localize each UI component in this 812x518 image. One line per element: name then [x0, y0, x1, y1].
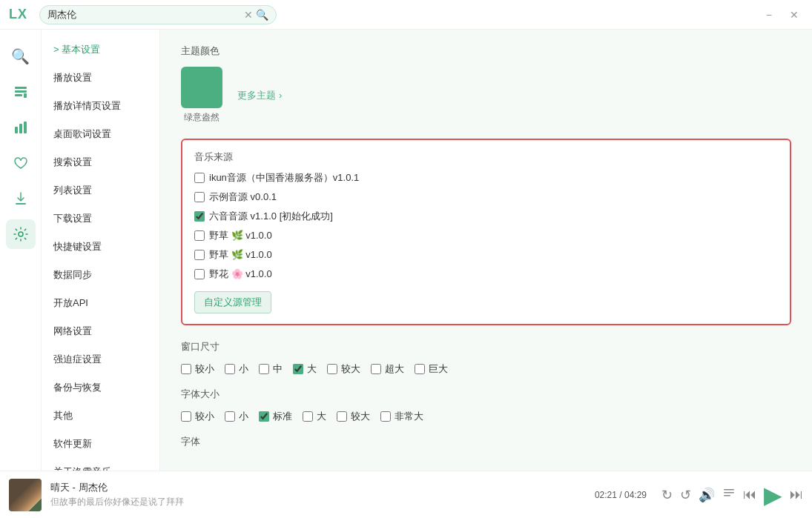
nav-item-about[interactable]: 关于洛雪音乐 — [42, 458, 159, 471]
nav-item-ocd[interactable]: 强迫症设置 — [42, 345, 159, 373]
music-source-checkbox-1[interactable] — [194, 192, 205, 202]
nav-download-button[interactable] — [6, 184, 36, 213]
nav-library-button[interactable] — [6, 77, 36, 107]
nav-settings-button[interactable] — [6, 219, 36, 249]
nav-item-play-detail[interactable]: 播放详情页设置 — [42, 92, 159, 120]
font-size-title: 字体大小 — [181, 388, 791, 401]
font-size-check-3[interactable] — [303, 411, 313, 422]
music-source-checkbox-3[interactable] — [194, 230, 205, 241]
nav-item-search[interactable]: 搜索设置 — [42, 148, 159, 176]
loop-button[interactable]: ↻ — [661, 487, 673, 503]
player-thumbnail — [9, 479, 42, 511]
font-size-check-2[interactable] — [259, 411, 269, 422]
font-size-item-1[interactable]: 小 — [225, 410, 248, 423]
nav-item-list[interactable]: 列表设置 — [42, 176, 159, 205]
nav-item-play-settings[interactable]: 播放设置 — [42, 64, 159, 92]
next-button[interactable]: ⏭ — [790, 487, 803, 502]
clear-icon[interactable]: ✕ — [244, 9, 253, 21]
svg-rect-11 — [724, 495, 730, 497]
window-size-item-5[interactable]: 超大 — [371, 362, 404, 376]
loop2-button[interactable]: ↺ — [680, 487, 691, 503]
play-button[interactable]: ▶ — [764, 481, 782, 509]
icon-sidebar: 🔍 — [0, 30, 42, 471]
player-time-total: 04:29 — [624, 490, 647, 500]
music-source-checkbox-4[interactable] — [194, 250, 205, 260]
music-source-label-5: 野花 🌸 v1.0.0 — [209, 268, 272, 281]
window-size-label-0: 较小 — [195, 362, 214, 376]
window-size-title: 窗口尺寸 — [181, 340, 791, 353]
titlebar: LX ✕ 🔍 − ✕ — [0, 0, 812, 30]
window-size-check-2[interactable] — [259, 364, 269, 374]
font-title: 字体 — [181, 435, 791, 448]
window-size-label-5: 超大 — [385, 362, 404, 376]
music-source-checkbox-5[interactable] — [194, 269, 205, 279]
nav-item-update[interactable]: 软件更新 — [42, 430, 159, 458]
nav-section-basic[interactable]: > 基本设置 — [42, 36, 159, 64]
svg-rect-6 — [24, 122, 27, 133]
music-source-label-2: 六音音源 v1.1.0 [初始化成功] — [209, 210, 333, 223]
nav-item-download[interactable]: 下载设置 — [42, 205, 159, 233]
svg-rect-10 — [724, 492, 734, 494]
music-source-item-0: ikun音源（中国香港服务器）v1.0.1 — [194, 171, 778, 185]
player-time-current: 02:21 — [595, 490, 617, 500]
nav-chart-button[interactable] — [6, 113, 36, 142]
music-source-checkbox-2[interactable] — [194, 211, 205, 222]
player-subtitle: 但故事的最后你好像还是说了拜拜 — [50, 496, 184, 508]
theme-color-swatch[interactable] — [181, 67, 222, 108]
content-area: 主题颜色 绿意盎然 更多主题 › 音乐来源 ikun音源（中国香港服务器）v1.… — [160, 30, 812, 471]
search-input[interactable] — [47, 9, 241, 20]
window-size-check-3[interactable] — [293, 364, 303, 374]
svg-rect-1 — [15, 90, 27, 93]
nav-item-open-api[interactable]: 开放API — [42, 289, 159, 317]
music-source-item-1: 示例音源 v0.0.1 — [194, 190, 778, 204]
window-size-item-0[interactable]: 较小 — [181, 362, 214, 376]
nav-item-backup[interactable]: 备份与恢复 — [42, 373, 159, 402]
window-size-item-4[interactable]: 较大 — [327, 362, 360, 376]
window-size-check-1[interactable] — [225, 364, 235, 374]
music-source-title: 音乐来源 — [194, 150, 778, 164]
font-size-item-3[interactable]: 大 — [303, 410, 326, 423]
music-source-label-3: 野草 🌿 v1.0.0 — [209, 229, 272, 242]
window-size-check-4[interactable] — [327, 364, 337, 374]
window-size-item-2[interactable]: 中 — [259, 362, 283, 376]
font-size-item-2[interactable]: 标准 — [259, 410, 292, 423]
custom-source-button[interactable]: 自定义源管理 — [194, 291, 271, 313]
font-size-check-0[interactable] — [181, 411, 191, 422]
nav-heart-button[interactable] — [6, 148, 36, 178]
volume-button[interactable]: 🔊 — [699, 487, 715, 503]
window-size-item-6[interactable]: 巨大 — [415, 362, 448, 376]
font-size-item-4[interactable]: 较大 — [337, 410, 370, 423]
window-size-check-6[interactable] — [415, 364, 425, 374]
nav-item-network[interactable]: 网络设置 — [42, 317, 159, 345]
playlist-button[interactable] — [722, 486, 736, 503]
font-size-item-5[interactable]: 非常大 — [380, 410, 423, 423]
font-size-label-1: 小 — [239, 410, 248, 423]
search-bar[interactable]: ✕ 🔍 — [39, 5, 277, 24]
music-source-item-5: 野花 🌸 v1.0.0 — [194, 268, 778, 281]
font-size-check-1[interactable] — [225, 411, 235, 422]
window-size-item-3[interactable]: 大 — [293, 362, 317, 376]
nav-sidebar: > 基本设置 播放设置 播放详情页设置 桌面歌词设置 搜索设置 列表设置 下载设… — [42, 30, 160, 471]
window-size-check-0[interactable] — [181, 364, 191, 374]
nav-item-shortcuts[interactable]: 快捷键设置 — [42, 233, 159, 261]
close-button[interactable]: ✕ — [785, 7, 803, 22]
font-size-check-5[interactable] — [380, 411, 391, 422]
music-source-checkbox-0[interactable] — [194, 173, 205, 183]
more-themes-button[interactable]: 更多主题 › — [237, 89, 282, 102]
font-size-label-2: 标准 — [273, 410, 292, 423]
nav-item-data-sync[interactable]: 数据同步 — [42, 261, 159, 289]
svg-rect-4 — [15, 127, 18, 133]
prev-button[interactable]: ⏮ — [743, 487, 756, 502]
window-size-check-5[interactable] — [371, 364, 381, 374]
search-icon[interactable]: 🔍 — [256, 9, 268, 21]
player-bar: 晴天 - 周杰伦 但故事的最后你好像还是说了拜拜 02:21 / 04:29 ↻… — [0, 471, 812, 518]
window-size-item-1[interactable]: 小 — [225, 362, 248, 376]
nav-search-button[interactable]: 🔍 — [6, 41, 36, 71]
theme-section: 主题颜色 绿意盎然 更多主题 › — [181, 44, 791, 124]
minimize-button[interactable]: − — [762, 7, 776, 22]
nav-item-desktop-lyrics[interactable]: 桌面歌词设置 — [42, 120, 159, 148]
svg-rect-2 — [15, 94, 22, 96]
font-size-item-0[interactable]: 较小 — [181, 410, 214, 423]
nav-item-other[interactable]: 其他 — [42, 402, 159, 430]
font-size-check-4[interactable] — [337, 411, 347, 422]
